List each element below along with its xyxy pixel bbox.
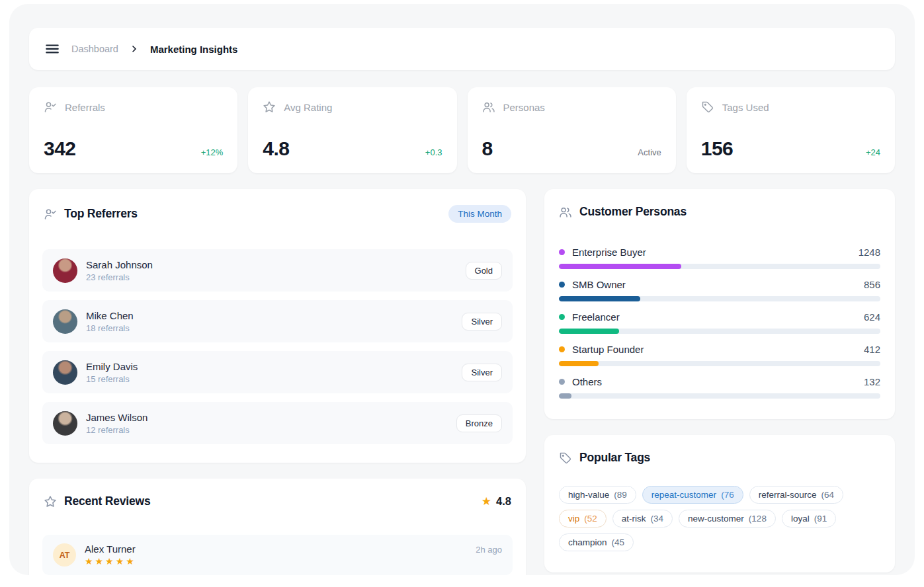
left-column: Top Referrers This Month Sarah Johnson 2…: [29, 189, 526, 575]
tag-label: vip: [568, 514, 579, 524]
referrer-count: 18 referrals: [86, 323, 134, 333]
persona-bar-track: [559, 329, 880, 334]
persona-item: Enterprise Buyer 1248: [559, 247, 880, 269]
referrer-row[interactable]: Mike Chen 18 referrals Silver: [42, 300, 513, 342]
stat-label: Personas: [503, 102, 545, 113]
referrer-count: 12 referrals: [86, 425, 147, 435]
stat-value: 156: [701, 137, 734, 160]
avatar: [53, 258, 77, 283]
persona-dot: [559, 282, 565, 288]
stat-label: Referrals: [65, 102, 105, 113]
stat-card-personas: Personas 8 Active: [468, 87, 676, 173]
persona-bar-fill: [559, 361, 599, 366]
avatar: [53, 360, 77, 385]
tag-champion[interactable]: champion 45: [559, 533, 634, 551]
tier-badge: Silver: [462, 313, 502, 331]
panel-title: Customer Personas: [579, 205, 687, 219]
referrer-row[interactable]: Sarah Johnson 23 referrals Gold: [42, 249, 513, 292]
tier-badge: Gold: [466, 262, 502, 280]
tag-icon: [559, 451, 572, 465]
overall-rating: ★ 4.8: [482, 495, 511, 508]
tag-label: new-customer: [688, 514, 744, 524]
review-row[interactable]: AT Alex Turner ★★★★★ 2h ago: [42, 535, 513, 575]
referrer-name: Mike Chen: [86, 310, 134, 321]
tag-count: 45: [612, 537, 625, 547]
top-bar: Dashboard Marketing Insights: [29, 28, 895, 70]
user-check-icon: [44, 208, 57, 221]
tag-repeat-customer[interactable]: repeat-customer 76: [642, 486, 743, 504]
persona-label: Enterprise Buyer: [572, 247, 646, 258]
persona-value: 132: [864, 376, 880, 387]
tag-label: repeat-customer: [651, 490, 716, 500]
tag-count: 52: [584, 514, 597, 524]
persona-value: 856: [864, 279, 880, 290]
persona-dot: [559, 379, 565, 385]
tag-at-risk[interactable]: at-risk 34: [612, 510, 673, 528]
breadcrumb-dashboard[interactable]: Dashboard: [71, 44, 118, 54]
stat-delta: Active: [638, 147, 661, 160]
stat-delta: +0.3: [425, 147, 442, 160]
tag-label: high-value: [568, 490, 609, 500]
review-star-rating: ★★★★★: [85, 556, 136, 567]
chevron-right-icon: [129, 44, 140, 54]
panel-title: Recent Reviews: [64, 494, 150, 508]
persona-dot: [559, 314, 565, 320]
star-icon: [263, 100, 276, 114]
referrer-count: 15 referrals: [86, 374, 138, 384]
referrer-name: Emily Davis: [86, 361, 138, 372]
tag-count: 64: [821, 490, 834, 500]
stat-value: 4.8: [263, 137, 289, 160]
tag-label: referral-source: [759, 490, 817, 500]
avatar: [53, 411, 77, 436]
stat-card-tags-used: Tags Used 156 +24: [687, 87, 895, 173]
tags-list: high-value 89 repeat-customer 76 referra…: [559, 486, 880, 551]
stat-delta: +24: [866, 147, 880, 160]
persona-dot: [559, 249, 565, 255]
user-check-icon: [44, 100, 57, 114]
tag-count: 34: [651, 514, 664, 524]
tier-badge: Bronze: [456, 414, 502, 432]
tag-count: 76: [721, 490, 734, 500]
persona-value: 1248: [859, 247, 880, 258]
persona-bar-track: [559, 393, 880, 399]
page-title: Marketing Insights: [150, 44, 238, 55]
tag-high-value[interactable]: high-value 89: [559, 486, 636, 504]
avatar: AT: [53, 543, 76, 567]
tag-vip[interactable]: vip 52: [559, 510, 607, 528]
users-icon: [482, 100, 495, 114]
tag-new-customer[interactable]: new-customer 128: [679, 510, 776, 528]
panel-title: Top Referrers: [64, 207, 138, 221]
this-month-badge[interactable]: This Month: [448, 205, 511, 223]
tag-label: loyal: [791, 514, 810, 524]
persona-label: SMB Owner: [572, 279, 626, 290]
persona-bar-fill: [559, 393, 571, 399]
stat-delta: +12%: [201, 147, 224, 160]
referrer-row[interactable]: Emily Davis 15 referrals Silver: [42, 351, 513, 393]
persona-value: 624: [864, 311, 880, 323]
tag-count: 128: [749, 514, 767, 524]
persona-bar-track: [559, 264, 880, 269]
stat-value: 8: [482, 137, 493, 160]
top-referrers-panel: Top Referrers This Month Sarah Johnson 2…: [29, 189, 526, 463]
reviewer-name: Alex Turner: [85, 543, 136, 555]
referrer-count: 23 referrals: [86, 272, 153, 282]
tag-icon: [701, 100, 714, 114]
referrer-row[interactable]: James Wilson 12 referrals Bronze: [42, 402, 513, 444]
review-timestamp: 2h ago: [476, 543, 502, 555]
persona-label: Startup Founder: [572, 344, 644, 355]
persona-value: 412: [864, 344, 880, 355]
stat-value: 342: [44, 137, 76, 160]
menu-icon[interactable]: [44, 40, 61, 58]
persona-bar-fill: [559, 264, 681, 269]
persona-item: SMB Owner 856: [559, 279, 880, 301]
tag-loyal[interactable]: loyal 91: [782, 510, 836, 528]
tag-referral-source[interactable]: referral-source 64: [749, 486, 843, 504]
popular-tags-panel: Popular Tags high-value 89 repeat-custom…: [544, 435, 895, 572]
referrer-name: James Wilson: [86, 412, 147, 423]
tag-count: 91: [814, 514, 827, 524]
persona-bar-track: [559, 296, 880, 301]
tier-badge: Silver: [462, 364, 502, 381]
tag-label: at-risk: [622, 514, 646, 524]
panel-title: Popular Tags: [579, 451, 650, 465]
persona-item: Others 132: [559, 376, 880, 399]
